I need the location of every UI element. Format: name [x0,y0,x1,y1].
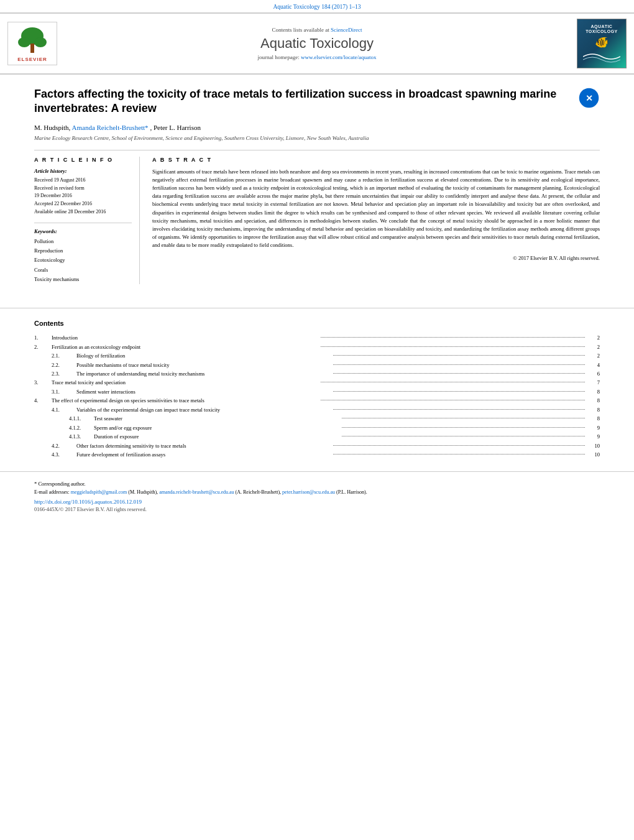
toc-page: 8 [587,396,600,405]
section-divider [0,308,634,308]
toc-indent1 [34,423,52,432]
toc-indent [34,361,52,369]
toc-sub: 2.1. [52,351,76,360]
toc-sub: 4.3. [52,450,76,459]
homepage-link[interactable]: www.elsevier.com/locate/aquatox [301,54,376,60]
toc-item: 4.1. Variables of the experimental desig… [34,405,600,414]
toc-subsub: 4.1.3. [69,432,94,441]
footer-section: * Corresponding author. E-mail addresses… [0,471,634,519]
toc-text: Biology of fertilization [76,351,329,360]
toc-dots [333,364,586,365]
toc-sub: 2.3. [52,369,76,378]
toc-number: 4. [34,396,52,405]
received-1: Received 19 August 2016 [34,177,132,185]
keywords-section: Keywords: PollutionReproductionEcotoxico… [34,223,132,284]
toc-dots [333,445,586,446]
toc-page: 9 [587,423,600,432]
toc-item: 2.3. The importance of understanding met… [34,369,600,378]
toc-dots [321,337,586,338]
doi-line[interactable]: http://dx.doi.org/10.1016/j.aquatox.2016… [34,499,600,505]
toc-indent [34,387,52,396]
toc-text: Duration of exposure [94,432,338,441]
received-revised-label: Received in revised form [34,185,132,193]
sciencedirect-link[interactable]: ScienceDirect [331,27,362,33]
accepted-date: Accepted 22 December 2016 [34,200,132,208]
email-link[interactable]: peter.harrison@scu.edu.au [282,489,335,495]
journal-title: Aquatic Toxicology [70,35,564,52]
toc-dots [342,436,586,436]
contents-heading: Contents [34,320,600,327]
toc-list: 1. Introduction 2 2. Fertilization as an… [34,333,600,459]
copyright-line: © 2017 Elsevier B.V. All rights reserved… [152,255,600,261]
toc-item: 4.1.3. Duration of exposure 9 [34,432,600,441]
toc-page: 2 [587,351,600,360]
toc-indent [34,369,52,378]
toc-number: 1. [34,333,52,342]
toc-item: 2.1. Biology of fertilization 2 [34,351,600,360]
toc-page: 8 [587,405,600,414]
page-wrapper: Aquatic Toxicology 184 (2017) 1–13 ELSEV… [0,0,634,840]
toc-text: Introduction [52,333,316,342]
toc-text: Trace metal toxicity and speciation [52,378,316,387]
toc-dots [321,400,586,400]
toc-indent2 [52,423,69,432]
toc-indent2 [52,432,69,441]
toc-subsub: 4.1.2. [69,423,94,432]
email-link[interactable]: meggieludspith@gmail.com [71,489,127,495]
toc-item: 4.1.1. Test seawater 8 [34,414,600,423]
toc-item: 4. The effect of experimental design on … [34,396,600,405]
toc-item: 4.2. Other factors determining sensitivi… [34,441,600,450]
toc-page: 10 [587,441,600,450]
logo-wave-icon [583,50,620,63]
toc-subsub: 4.1.1. [69,414,94,423]
svg-text:✕: ✕ [586,93,593,103]
toc-item: 3.1. Sediment water interactions 8 [34,387,600,396]
issn-line: 0166-445X/© 2017 Elsevier B.V. All right… [34,506,600,512]
toc-dots [321,382,586,382]
toc-text: Test seawater [94,414,338,423]
article-content: Factors affecting the toxicity of trace … [0,75,634,297]
toc-text: Sperm and/or egg exposure [94,423,338,432]
toc-page: 7 [587,378,600,387]
keyword-item: Pollution [34,237,132,246]
toc-item: 1. Introduction 2 [34,333,600,342]
elsevier-logo: ELSEVIER [7,22,57,65]
toc-item: 3. Trace metal toxicity and speciation 7 [34,378,600,387]
article-title-text: Factors affecting the toxicity of trace … [34,87,572,116]
article-info-heading: A R T I C L E I N F O [34,157,132,163]
toc-sub: 4.1. [52,405,76,414]
toc-item: 2. Fertilization as an ecotoxicology end… [34,343,600,351]
toc-text: The effect of experimental design on spe… [52,396,316,405]
toc-indent1 [34,432,52,441]
author-link-reichelt[interactable]: Amanda Reichelt-Brushett* [72,124,149,131]
toc-page: 2 [587,343,600,351]
toc-indent [34,450,52,459]
email-entry: amanda.reichelt-brushett@scu.edu.au (A. … [158,489,281,495]
citation-text: Aquatic Toxicology 184 (2017) 1–13 [273,4,361,10]
crossmark-logo: ✕ [578,87,600,113]
abstract-heading: A B S T R A C T [152,157,600,163]
toc-page: 8 [587,414,600,423]
toc-text: Sediment water interactions [76,387,329,396]
journal-header: ELSEVIER Contents lists available at Sci… [0,12,634,75]
toc-sub: 4.2. [52,441,76,450]
toc-dots [321,346,586,347]
affiliation: Marine Ecology Research Centre, School o… [34,135,600,141]
keyword-item: Toxicity mechanisms [34,275,132,284]
toc-indent [34,405,52,414]
toc-indent1 [34,414,52,423]
toc-page: 4 [587,361,600,369]
aquatic-tox-logo: AQUATICTOXIcOLOGY 🐠 [577,19,627,68]
aquatic-tox-logo-wrapper: AQUATICTOXIcOLOGY 🐠 [571,19,627,68]
toc-page: 2 [587,333,600,342]
svg-rect-3 [30,44,34,53]
toc-text: Possible mechanisms of trace metal toxic… [76,361,329,369]
email-entry: meggieludspith@gmail.com (M. Hudspith), [71,489,158,495]
email-entry: peter.harrison@scu.edu.au (P.L. Harrison… [281,489,367,495]
toc-page: 9 [587,432,600,441]
authors-separator: , Peter L. Harrison [150,124,201,131]
toc-dots [333,409,586,410]
authors-text: M. Hudspith, [34,124,72,131]
email-link[interactable]: amanda.reichelt-brushett@scu.edu.au [159,489,234,495]
toc-sub: 2.2. [52,361,76,369]
